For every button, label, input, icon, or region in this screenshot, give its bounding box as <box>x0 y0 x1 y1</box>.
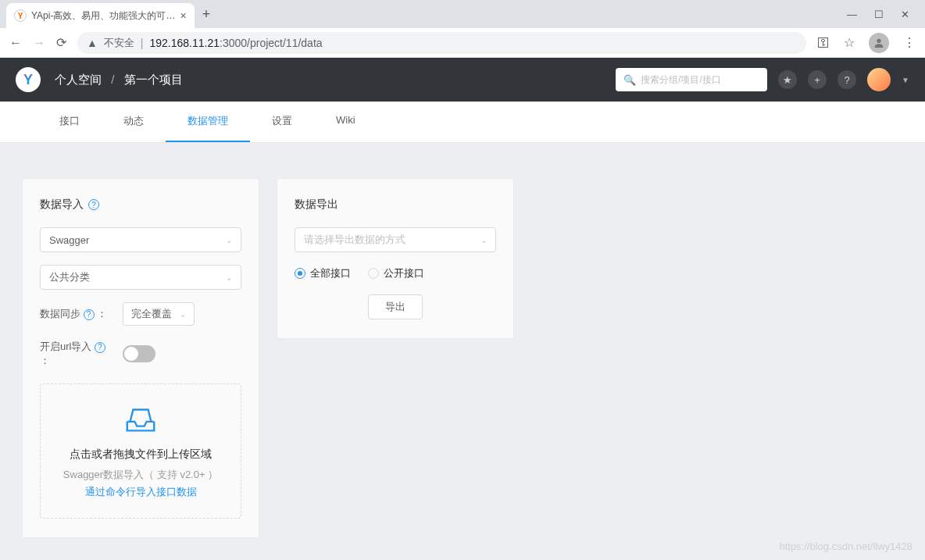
export-format-select[interactable]: 请选择导出数据的方式 ⌄ <box>295 227 496 252</box>
search-icon: 🔍 <box>623 74 636 86</box>
format-select[interactable]: Swagger ⌄ <box>40 227 241 252</box>
key-icon[interactable]: ⚿ <box>817 36 830 50</box>
format-select-value: Swagger <box>49 234 89 246</box>
search-input[interactable] <box>641 74 759 85</box>
upload-hint: Swagger数据导入（ 支持 v2.0+ ） <box>50 468 231 482</box>
window-minimize-icon[interactable]: — <box>847 9 857 20</box>
forward-button[interactable]: → <box>33 36 45 50</box>
chevron-down-icon: ⌄ <box>226 273 232 282</box>
browser-tab[interactable]: Y YApi-高效、易用、功能强大的可… × <box>6 3 195 28</box>
export-format-placeholder: 请选择导出数据的方式 <box>304 233 405 247</box>
category-select[interactable]: 公共分类 ⌄ <box>40 265 241 290</box>
sync-label: 数据同步 <box>40 308 80 319</box>
chevron-down-icon: ⌄ <box>180 310 186 319</box>
inbox-icon <box>123 403 159 434</box>
page-tabs: 接口 动态 数据管理 设置 Wiki <box>0 102 925 143</box>
add-icon[interactable]: + <box>808 70 827 89</box>
app-logo[interactable]: Y <box>16 67 41 92</box>
watermark: https://blog.csdn.net/llwy1428 <box>779 540 912 552</box>
tab-activity[interactable]: 动态 <box>102 102 166 142</box>
browser-tab-bar: Y YApi-高效、易用、功能强大的可… × + — ☐ ✕ <box>0 0 925 28</box>
tab-title: YApi-高效、易用、功能强大的可… <box>31 9 175 23</box>
reload-button[interactable]: ⟳ <box>56 35 66 50</box>
close-tab-icon[interactable]: × <box>180 9 186 22</box>
app-header: Y 个人空间 / 第一个项目 🔍 ★ + ? ▼ <box>0 58 925 102</box>
user-menu-caret-icon[interactable]: ▼ <box>902 76 909 84</box>
upload-text: 点击或者拖拽文件到上传区域 <box>50 448 231 462</box>
category-select-value: 公共分类 <box>49 270 90 284</box>
chevron-down-icon: ⌄ <box>480 236 487 244</box>
window-close-icon[interactable]: ✕ <box>901 9 909 20</box>
address-bar: ← → ⟳ ▲ 不安全 | 192.168.11.21:3000/project… <box>0 28 925 58</box>
new-tab-button[interactable]: + <box>202 6 211 23</box>
upload-area[interactable]: 点击或者拖拽文件到上传区域 Swagger数据导入（ 支持 v2.0+ ） 通过… <box>40 383 241 519</box>
yapi-favicon: Y <box>14 9 27 22</box>
export-card: 数据导出 请选择导出数据的方式 ⌄ 全部接口 公开接口 导出 <box>277 178 514 339</box>
radio-dot-icon <box>368 268 379 279</box>
back-button[interactable]: ← <box>9 36 22 50</box>
upload-cli-link[interactable]: 通过命令行导入接口数据 <box>50 485 231 499</box>
profile-icon[interactable] <box>869 33 889 53</box>
import-help-icon[interactable]: ? <box>88 199 99 210</box>
user-avatar[interactable] <box>867 68 891 91</box>
radio-public-interfaces[interactable]: 公开接口 <box>368 266 424 280</box>
tab-settings[interactable]: 设置 <box>250 102 314 142</box>
breadcrumb: 个人空间 / 第一个项目 <box>55 73 183 87</box>
export-title: 数据导出 <box>295 198 496 212</box>
tab-interface[interactable]: 接口 <box>38 102 102 142</box>
tab-wiki[interactable]: Wiki <box>314 102 377 142</box>
radio-all-interfaces[interactable]: 全部接口 <box>295 266 351 280</box>
browser-menu-icon[interactable]: ⋮ <box>903 35 916 50</box>
insecure-label: 不安全 <box>104 36 134 50</box>
window-maximize-icon[interactable]: ☐ <box>874 9 884 20</box>
import-card: 数据导入 ? Swagger ⌄ 公共分类 ⌄ 数据同步 ? ： 完全覆盖 ⌄ … <box>22 178 259 538</box>
svg-point-0 <box>877 38 880 42</box>
url-import-help-icon[interactable]: ? <box>95 342 105 353</box>
sync-mode-row: 数据同步 ? ： 完全覆盖 ⌄ <box>40 302 241 326</box>
star-icon[interactable]: ☆ <box>844 35 855 50</box>
chevron-down-icon: ⌄ <box>226 236 232 244</box>
insecure-warning-icon: ▲ <box>87 37 98 49</box>
content-area: 数据导入 ? Swagger ⌄ 公共分类 ⌄ 数据同步 ? ： 完全覆盖 ⌄ … <box>0 143 925 560</box>
breadcrumb-workspace[interactable]: 个人空间 <box>55 73 102 86</box>
tab-data-management[interactable]: 数据管理 <box>166 102 250 142</box>
sync-help-icon[interactable]: ? <box>84 309 95 320</box>
radio-dot-icon <box>295 268 305 279</box>
favorite-icon[interactable]: ★ <box>778 70 797 89</box>
export-button[interactable]: 导出 <box>368 294 423 319</box>
breadcrumb-separator: / <box>111 73 114 86</box>
help-icon[interactable]: ? <box>838 70 856 89</box>
search-box[interactable]: 🔍 <box>616 68 767 91</box>
url-host: 192.168.11.21 <box>150 37 220 49</box>
url-import-label: 开启url导入 <box>40 341 91 352</box>
sync-mode-value: 完全覆盖 <box>131 307 172 321</box>
url-import-switch[interactable] <box>123 345 155 362</box>
breadcrumb-project[interactable]: 第一个项目 <box>124 73 183 86</box>
import-title: 数据导入 ? <box>40 198 241 212</box>
url-path: :3000/project/11/data <box>220 37 323 49</box>
sync-mode-select[interactable]: 完全覆盖 ⌄ <box>123 302 195 326</box>
url-input[interactable]: ▲ 不安全 | 192.168.11.21:3000/project/11/da… <box>77 32 806 54</box>
export-scope-radios: 全部接口 公开接口 <box>295 266 496 280</box>
url-import-row: 开启url导入 ? ： <box>40 340 241 368</box>
